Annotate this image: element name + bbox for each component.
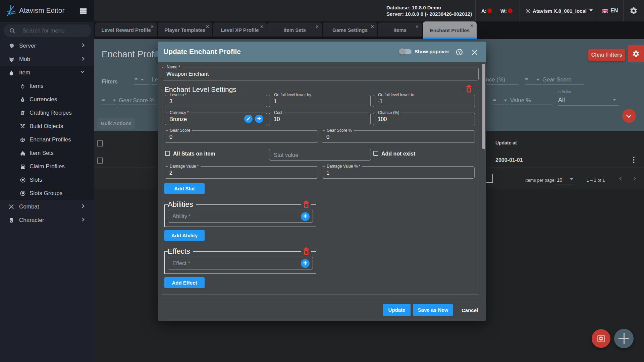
svg-text:$: $ — [22, 99, 23, 102]
